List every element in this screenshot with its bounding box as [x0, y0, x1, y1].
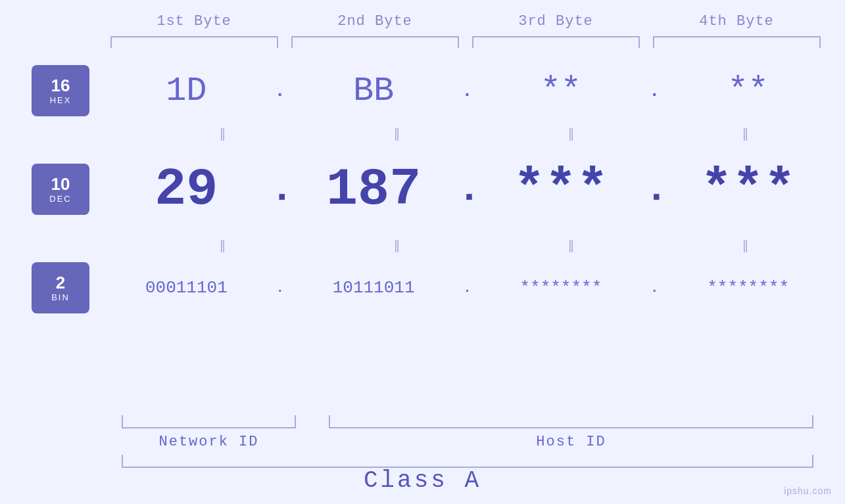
- bin-val-2: 10111011: [290, 278, 458, 298]
- bin-label: BIN: [51, 292, 70, 302]
- eq-1-2: ||: [309, 122, 483, 145]
- dec-dot-3: .: [644, 167, 664, 212]
- top-bracket-row: [104, 36, 827, 48]
- hex-values-row: 1D . BB . ** . **: [89, 72, 845, 110]
- hex-dot-3: .: [644, 81, 664, 101]
- byte-headers: 1st Byte 2nd Byte 3rd Byte 4th Byte: [104, 13, 827, 30]
- byte-header-4: 4th Byte: [646, 13, 827, 30]
- hex-row: 16 HEX 1D . BB . ** . **: [0, 61, 845, 120]
- eq-sign: ||: [568, 126, 572, 141]
- equals-row-1: || || || ||: [122, 122, 845, 145]
- network-bracket: [122, 415, 296, 428]
- bracket-byte-3: [472, 36, 640, 48]
- eq-sign: ||: [394, 126, 398, 141]
- dec-number: 10: [51, 175, 70, 194]
- byte-header-2: 2nd Byte: [285, 13, 466, 30]
- byte-header-1: 1st Byte: [104, 13, 285, 30]
- byte-header-3: 3rd Byte: [466, 13, 646, 30]
- hex-val-2: BB: [290, 72, 458, 110]
- bracket-byte-4: [653, 36, 821, 48]
- host-bracket: [329, 415, 813, 428]
- bottom-labels-container: Network ID Host ID: [122, 434, 813, 450]
- eq-sign: ||: [220, 238, 224, 253]
- class-label: Class A: [0, 467, 845, 494]
- bin-row: 2 BIN 00011101 . 10111011 . ******** . *…: [0, 258, 845, 317]
- hex-dot-1: .: [270, 81, 290, 101]
- hex-val-4: **: [664, 72, 832, 110]
- hex-badge: 16 HEX: [32, 65, 89, 116]
- bracket-byte-2: [291, 36, 459, 48]
- hex-val-3: **: [477, 72, 645, 110]
- eq-1-3: ||: [483, 122, 658, 145]
- bin-badge: 2 BIN: [32, 262, 89, 313]
- dec-values-row: 29 . 187 . *** . ***: [89, 160, 845, 219]
- eq-sign: ||: [742, 126, 746, 141]
- bin-values-row: 00011101 . 10111011 . ******** . *******…: [89, 278, 845, 298]
- hex-dot-2: .: [458, 81, 477, 101]
- eq-1-4: ||: [658, 122, 832, 145]
- dec-dot-1: .: [270, 167, 290, 212]
- eq-sign: ||: [220, 126, 224, 141]
- hex-number: 16: [51, 76, 70, 95]
- bin-dot-3: .: [644, 281, 664, 296]
- main-container: 1st Byte 2nd Byte 3rd Byte 4th Byte 16 H…: [0, 0, 845, 504]
- bin-dot-2: .: [458, 281, 477, 296]
- bin-val-1: 00011101: [103, 278, 270, 298]
- eq-2-2: ||: [309, 233, 483, 257]
- equals-row-2: || || || ||: [122, 233, 845, 257]
- bin-dot-1: .: [270, 281, 290, 296]
- eq-2-3: ||: [483, 233, 658, 257]
- outer-bracket: [122, 455, 813, 468]
- dec-val-2: 187: [290, 160, 458, 219]
- bin-val-4: ********: [664, 278, 832, 298]
- network-id-label: Network ID: [122, 434, 296, 450]
- bracket-byte-1: [110, 36, 278, 48]
- dec-row: 10 DEC 29 . 187 . *** . ***: [0, 147, 845, 232]
- eq-2-1: ||: [135, 233, 309, 257]
- bin-val-3: ********: [477, 278, 645, 298]
- bin-number: 2: [56, 273, 65, 292]
- dec-val-4: ***: [664, 160, 832, 219]
- eq-1-1: ||: [135, 122, 309, 145]
- hex-val-1: 1D: [103, 72, 270, 110]
- bottom-bracket-container: [122, 415, 813, 428]
- host-id-label: Host ID: [329, 434, 813, 450]
- dec-badge: 10 DEC: [32, 164, 89, 215]
- label-gap: [296, 434, 329, 450]
- dec-dot-2: .: [458, 167, 477, 212]
- eq-2-4: ||: [658, 233, 832, 257]
- dec-val-3: ***: [477, 160, 645, 219]
- eq-sign: ||: [568, 238, 572, 253]
- bracket-gap: [296, 415, 329, 428]
- eq-sign: ||: [394, 238, 398, 253]
- watermark: ipshu.com: [784, 486, 832, 496]
- eq-sign: ||: [742, 238, 746, 253]
- dec-label: DEC: [49, 194, 71, 204]
- dec-val-1: 29: [103, 160, 270, 219]
- hex-label: HEX: [50, 95, 72, 105]
